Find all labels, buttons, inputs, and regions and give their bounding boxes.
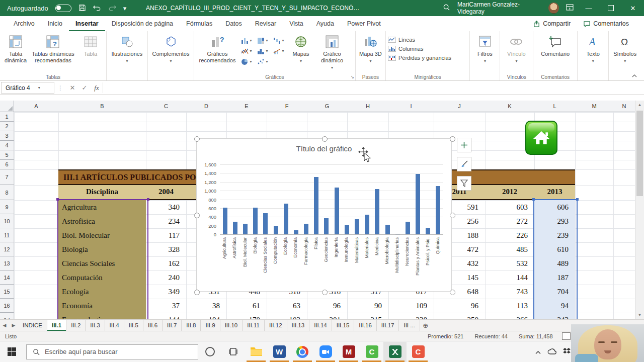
sheet-tab[interactable]: III.7: [163, 320, 182, 331]
sheet-tab[interactable]: III.4: [105, 320, 124, 331]
column-header-M[interactable]: M: [575, 101, 614, 112]
column-header-N[interactable]: N: [613, 101, 635, 112]
chart-bar[interactable]: [345, 225, 349, 234]
minimize-button[interactable]: —: [578, 0, 600, 16]
discipline-cell[interactable]: Ecología: [58, 285, 146, 299]
column-header-L[interactable]: L: [534, 101, 576, 112]
onedrive-icon[interactable]: [547, 347, 556, 356]
chart-bar[interactable]: [284, 204, 288, 234]
illustrations-button[interactable]: Ilustraciones▾: [109, 33, 145, 65]
chart-bar[interactable]: [416, 174, 420, 234]
chart-elements-button[interactable]: [457, 138, 471, 152]
row-header-4[interactable]: 4: [0, 141, 14, 150]
zoom-button[interactable]: [314, 342, 337, 362]
user-name[interactable]: MariCarmen Gonzalez-Videgaray: [457, 1, 541, 15]
scrollbar-thumb[interactable]: [636, 111, 643, 196]
sheet-tab[interactable]: III.15: [332, 320, 355, 331]
sheet-tab[interactable]: III ...: [399, 320, 420, 331]
column-header-J[interactable]: J: [434, 101, 486, 112]
discipline-cell[interactable]: Astrofísica: [58, 214, 146, 228]
sheet-tab[interactable]: III.17: [377, 320, 399, 331]
chart-bar[interactable]: [385, 225, 390, 234]
cortana-button[interactable]: [198, 342, 221, 362]
collapse-ribbon-icon[interactable]: [632, 72, 637, 78]
row-header-13[interactable]: 13: [0, 256, 14, 270]
row-header-11[interactable]: 11: [0, 228, 14, 242]
discipline-cell[interactable]: Biol. Molecular: [58, 228, 146, 242]
ribbon-tab[interactable]: Power Pivot: [341, 17, 387, 30]
customize-qat-icon[interactable]: ▾: [123, 5, 127, 12]
tab-scroll-right-icon[interactable]: ▶: [9, 320, 18, 331]
chart-bar[interactable]: [223, 208, 227, 234]
maps-button[interactable]: Mapas▾: [287, 33, 315, 65]
row-header-12[interactable]: 12: [0, 242, 14, 256]
snagit-button[interactable]: C: [407, 342, 430, 362]
header-disciplina[interactable]: Disciplina: [58, 185, 146, 199]
discipline-cell[interactable]: Ciencias Sociales: [58, 256, 146, 270]
cancel-icon[interactable]: ✕: [66, 84, 78, 92]
filters-button[interactable]: Filtros▾: [472, 33, 498, 65]
chart-resize-handle[interactable]: [450, 213, 455, 218]
autosave-toggle[interactable]: [55, 5, 71, 12]
row-header-8[interactable]: 8: [0, 185, 14, 200]
row-header-10[interactable]: 10: [0, 214, 14, 228]
chart-styles-button[interactable]: [457, 157, 471, 171]
share-button[interactable]: Compartir: [533, 20, 571, 27]
hierarchy-chart-icon[interactable]: ▾: [255, 35, 271, 46]
row-header-17[interactable]: 17: [0, 313, 14, 319]
chart-bar[interactable]: [233, 222, 237, 234]
chart-bar[interactable]: [304, 224, 308, 234]
discipline-cell[interactable]: Agricultura: [58, 200, 146, 214]
vertical-scrollbar[interactable]: ▲ ▼: [635, 101, 644, 319]
undo-button[interactable]: [93, 4, 101, 12]
row-header-16[interactable]: 16: [0, 299, 14, 313]
column-header-I[interactable]: I: [388, 101, 434, 112]
column-header-A[interactable]: A: [14, 101, 59, 112]
start-button[interactable]: [0, 342, 23, 362]
row-header-1[interactable]: 1: [0, 112, 14, 122]
table-button[interactable]: Tabla: [77, 33, 104, 58]
chart-bar[interactable]: [406, 222, 410, 234]
sheet-tab[interactable]: III.16: [354, 320, 377, 331]
row-header-14[interactable]: 14: [0, 270, 14, 285]
symbols-button[interactable]: Ω Símbolos▾: [611, 33, 639, 65]
sheet-tab[interactable]: III.6: [143, 320, 163, 331]
column-header-E[interactable]: E: [226, 101, 267, 112]
header-year[interactable]: 2013: [534, 185, 575, 199]
restore-button[interactable]: [600, 0, 622, 16]
discipline-cell[interactable]: Farmacología: [58, 313, 146, 319]
ribbon-tab[interactable]: Disposición de página: [105, 17, 180, 30]
ribbon-display-options-icon[interactable]: [566, 4, 574, 12]
histogram-chart-icon[interactable]: ▾: [255, 46, 271, 56]
chart-filters-button[interactable]: [457, 176, 471, 191]
sheet-tab[interactable]: III.9: [201, 320, 220, 331]
row-header-6[interactable]: 6: [0, 160, 14, 169]
comments-button[interactable]: Comentarios: [584, 20, 629, 27]
chart-bar[interactable]: [314, 177, 318, 234]
column-header-D[interactable]: D: [186, 101, 227, 112]
chart-bar[interactable]: [335, 188, 339, 234]
column-header-B[interactable]: B: [58, 101, 146, 112]
camtasia-button[interactable]: C: [360, 342, 383, 362]
mendeley-button[interactable]: M: [337, 342, 360, 362]
column-header-H[interactable]: H: [347, 101, 389, 112]
line-chart-icon[interactable]: ▾: [238, 46, 255, 56]
file-explorer-button[interactable]: [245, 342, 268, 362]
redo-button[interactable]: [108, 4, 116, 12]
chart-resize-handle[interactable]: [322, 290, 328, 295]
search-icon[interactable]: [443, 4, 450, 13]
discipline-cell[interactable]: Biología: [58, 242, 146, 256]
new-comment-button[interactable]: Comentario: [535, 33, 575, 58]
text-button[interactable]: A Texto▾: [580, 33, 606, 65]
scroll-up-icon[interactable]: ▲: [635, 101, 644, 107]
word-button[interactable]: W: [268, 342, 291, 362]
sheet-tab[interactable]: III.12: [265, 320, 287, 331]
header-year[interactable]: 2004: [146, 185, 186, 199]
ribbon-tab[interactable]: Inicio: [41, 17, 69, 30]
chart-bar[interactable]: [426, 228, 430, 234]
tray-chevron-icon[interactable]: [535, 347, 541, 356]
header-year[interactable]: 2012: [485, 185, 534, 199]
chrome-button[interactable]: [291, 342, 314, 362]
taskbar-search[interactable]: Escribe aquí para buscar: [26, 344, 198, 359]
discipline-cell[interactable]: Computación: [58, 270, 146, 285]
